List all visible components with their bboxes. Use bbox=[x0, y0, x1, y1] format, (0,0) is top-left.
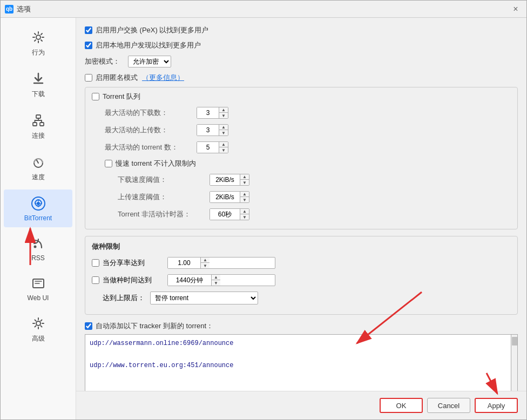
gear-icon bbox=[30, 29, 47, 46]
sidebar-item-behavior[interactable]: 行为 bbox=[4, 23, 72, 63]
max-downloads-up[interactable]: ▲ bbox=[219, 107, 228, 113]
apply-button[interactable]: Apply bbox=[475, 398, 518, 413]
seed-time-row: 当做种时间达到 ▲ ▼ bbox=[92, 273, 511, 287]
peer-exchange-row: 启用用户交换 (PeX) 以找到更多用户 bbox=[85, 24, 518, 36]
sidebar-label-bittorrent: BitTorrent bbox=[24, 214, 52, 222]
speed-icon bbox=[30, 153, 47, 171]
seed-time-spinbox: ▲ ▼ bbox=[167, 274, 275, 286]
svg-rect-3 bbox=[40, 123, 44, 126]
max-torrents-down[interactable]: ▼ bbox=[219, 147, 228, 153]
sidebar-item-bittorrent[interactable]: BitTorrent bbox=[4, 189, 72, 227]
sidebar-item-webui[interactable]: Web UI bbox=[4, 269, 72, 307]
upload-threshold-up[interactable]: ▲ bbox=[240, 192, 249, 197]
svg-point-0 bbox=[36, 35, 40, 39]
seed-time-down[interactable]: ▼ bbox=[212, 280, 220, 286]
sidebar-label-rss: RSS bbox=[31, 254, 45, 262]
share-ratio-row: 当分享率达到 ▲ ▼ bbox=[92, 256, 511, 270]
download-threshold-label: 下载速度阈值： bbox=[118, 175, 210, 185]
share-ratio-checkbox[interactable] bbox=[92, 259, 99, 267]
limit-action-label: 达到上限后： bbox=[103, 293, 150, 303]
tracker-auto-checkbox[interactable] bbox=[85, 322, 92, 330]
slow-torrent-checkbox[interactable] bbox=[105, 160, 112, 167]
tracker-textarea-container: udp://wassermann.online:6969/announce ud… bbox=[85, 334, 518, 391]
sidebar-item-download[interactable]: 下载 bbox=[4, 65, 72, 104]
seed-time-checkbox[interactable] bbox=[92, 276, 99, 284]
local-peer-row: 启用本地用户发现以找到更多用户 bbox=[85, 39, 518, 51]
max-uploads-up[interactable]: ▲ bbox=[219, 125, 228, 130]
tracker-scrollbar bbox=[511, 335, 517, 391]
slow-torrent-row: 慢速 torrent 不计入限制内 bbox=[105, 158, 511, 170]
upload-threshold-spinbox: ▲ ▼ bbox=[210, 191, 249, 203]
share-ratio-spinbox: ▲ ▼ bbox=[167, 257, 275, 269]
max-downloads-down[interactable]: ▼ bbox=[219, 113, 228, 118]
max-uploads-down[interactable]: ▼ bbox=[219, 130, 228, 136]
upload-threshold-down[interactable]: ▼ bbox=[240, 197, 249, 202]
sidebar-item-connection[interactable]: 连接 bbox=[4, 106, 72, 146]
torrent-queue-checkbox[interactable] bbox=[92, 93, 99, 100]
sidebar: 行为 下载 bbox=[1, 18, 76, 419]
seed-time-up[interactable]: ▲ bbox=[212, 275, 220, 280]
max-torrents-up[interactable]: ▲ bbox=[219, 142, 228, 147]
encryption-select[interactable]: 允许加密 强制加密 禁止加密 bbox=[128, 56, 171, 67]
sidebar-item-rss[interactable]: RSS bbox=[4, 229, 72, 267]
max-uploads-row: 最大活动的上传数： ▲ ▼ bbox=[105, 123, 511, 137]
peer-exchange-checkbox[interactable] bbox=[85, 26, 92, 34]
sidebar-label-connection: 连接 bbox=[32, 131, 45, 140]
peer-exchange-label: 启用用户交换 (PeX) 以找到更多用户 bbox=[85, 25, 208, 35]
upload-threshold-label: 上传速度阈值： bbox=[118, 192, 210, 202]
tracker-scrollbar-thumb bbox=[512, 337, 517, 346]
max-torrents-row: 最大活动的 torrent 数： ▲ ▼ bbox=[105, 140, 511, 154]
inactive-timer-spinbox: ▲ ▼ bbox=[210, 208, 249, 220]
queue-settings: 最大活动的下载数： ▲ ▼ 最大活动的上传数： bbox=[92, 106, 511, 221]
local-peer-checkbox[interactable] bbox=[85, 42, 92, 49]
inactive-timer-up[interactable]: ▲ bbox=[240, 209, 249, 214]
close-button[interactable]: × bbox=[509, 3, 522, 16]
max-uploads-input[interactable] bbox=[197, 125, 219, 136]
anonymous-checkbox[interactable] bbox=[85, 74, 92, 82]
rss-icon bbox=[30, 235, 47, 252]
slow-torrent-label: 慢速 torrent 不计入限制内 bbox=[105, 159, 196, 168]
slow-torrent-settings: 下载速度阈值： ▲ ▼ bbox=[105, 173, 511, 221]
app-icon: qb bbox=[5, 5, 13, 13]
svg-point-9 bbox=[36, 321, 40, 326]
dialog-content: 行为 下载 bbox=[1, 18, 526, 419]
share-ratio-input[interactable] bbox=[168, 258, 200, 268]
svg-point-6 bbox=[37, 202, 40, 205]
max-downloads-spinbox: ▲ ▼ bbox=[197, 107, 228, 119]
download-threshold-down[interactable]: ▼ bbox=[240, 180, 249, 185]
share-ratio-up[interactable]: ▲ bbox=[201, 258, 210, 263]
share-ratio-down[interactable]: ▼ bbox=[201, 263, 210, 268]
sidebar-item-advanced[interactable]: 高级 bbox=[4, 309, 72, 349]
tracker-textarea[interactable]: udp://wassermann.online:6969/announce ud… bbox=[85, 335, 511, 391]
footer-buttons: OK Cancel Apply bbox=[76, 391, 526, 419]
connection-icon bbox=[30, 112, 47, 129]
torrent-queue-group: Torrent 队列 最大活动的下载数： ▲ ▼ bbox=[85, 87, 518, 229]
sidebar-label-download: 下载 bbox=[32, 90, 45, 99]
title-bar-text: 选项 bbox=[17, 4, 509, 14]
limit-action-select[interactable]: 暂停 torrent 删除 torrent bbox=[150, 292, 258, 304]
inactive-timer-down[interactable]: ▼ bbox=[240, 214, 249, 220]
upload-threshold-input[interactable] bbox=[210, 192, 240, 202]
download-threshold-up[interactable]: ▲ bbox=[240, 174, 249, 180]
max-downloads-input[interactable] bbox=[197, 107, 219, 118]
download-icon bbox=[30, 70, 47, 87]
tracker-label: 自动添加以下 tracker 到新的 torrent： bbox=[85, 321, 518, 331]
tracker-section: 自动添加以下 tracker 到新的 torrent： udp://wasser… bbox=[85, 321, 518, 391]
upload-threshold-row: 上传速度阈值： ▲ ▼ bbox=[118, 190, 511, 204]
ok-button[interactable]: OK bbox=[380, 398, 423, 413]
torrent-queue-title: Torrent 队列 bbox=[92, 92, 511, 101]
max-torrents-label: 最大活动的 torrent 数： bbox=[105, 143, 197, 152]
download-threshold-row: 下载速度阈值： ▲ ▼ bbox=[118, 173, 511, 187]
cancel-button[interactable]: Cancel bbox=[427, 398, 470, 413]
seed-time-input[interactable] bbox=[168, 275, 211, 286]
more-info-link[interactable]: （更多信息） bbox=[142, 73, 184, 83]
webui-icon bbox=[30, 275, 47, 292]
sidebar-item-speed[interactable]: 速度 bbox=[4, 148, 72, 187]
sidebar-label-webui: Web UI bbox=[28, 294, 49, 302]
max-downloads-label: 最大活动的下载数： bbox=[105, 108, 197, 118]
inactive-timer-input[interactable] bbox=[210, 209, 240, 220]
max-torrents-input[interactable] bbox=[197, 142, 219, 153]
local-peer-label: 启用本地用户发现以找到更多用户 bbox=[85, 40, 201, 50]
download-threshold-input[interactable] bbox=[210, 174, 240, 185]
advanced-icon bbox=[30, 315, 47, 332]
